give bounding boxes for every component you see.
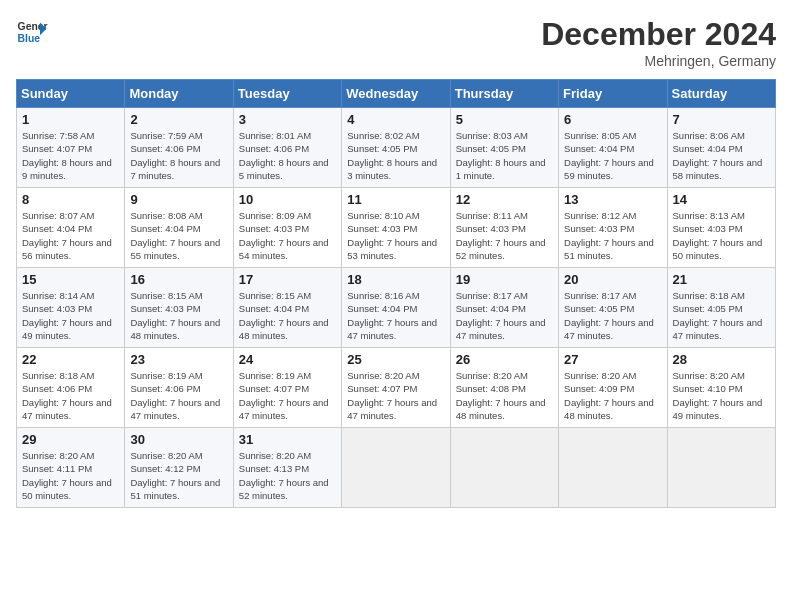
day-number: 28 xyxy=(673,352,770,367)
calendar-day-cell: 20Sunrise: 8:17 AMSunset: 4:05 PMDayligh… xyxy=(559,268,667,348)
calendar-day-cell: 16Sunrise: 8:15 AMSunset: 4:03 PMDayligh… xyxy=(125,268,233,348)
day-info: Sunrise: 8:06 AMSunset: 4:04 PMDaylight:… xyxy=(673,129,770,182)
location-title: Mehringen, Germany xyxy=(541,53,776,69)
day-info: Sunrise: 8:11 AMSunset: 4:03 PMDaylight:… xyxy=(456,209,553,262)
calendar-day-cell: 17Sunrise: 8:15 AMSunset: 4:04 PMDayligh… xyxy=(233,268,341,348)
calendar-day-cell xyxy=(450,428,558,508)
day-info: Sunrise: 8:20 AMSunset: 4:09 PMDaylight:… xyxy=(564,369,661,422)
calendar-day-cell: 11Sunrise: 8:10 AMSunset: 4:03 PMDayligh… xyxy=(342,188,450,268)
calendar-week-row: 22Sunrise: 8:18 AMSunset: 4:06 PMDayligh… xyxy=(17,348,776,428)
title-area: December 2024 Mehringen, Germany xyxy=(541,16,776,69)
weekday-header-cell: Wednesday xyxy=(342,80,450,108)
day-number: 31 xyxy=(239,432,336,447)
calendar-day-cell: 5Sunrise: 8:03 AMSunset: 4:05 PMDaylight… xyxy=(450,108,558,188)
day-number: 1 xyxy=(22,112,119,127)
day-number: 29 xyxy=(22,432,119,447)
day-number: 30 xyxy=(130,432,227,447)
day-info: Sunrise: 8:20 AMSunset: 4:07 PMDaylight:… xyxy=(347,369,444,422)
calendar-day-cell xyxy=(559,428,667,508)
calendar-day-cell: 30Sunrise: 8:20 AMSunset: 4:12 PMDayligh… xyxy=(125,428,233,508)
logo-icon: General Blue xyxy=(16,16,48,48)
day-info: Sunrise: 8:03 AMSunset: 4:05 PMDaylight:… xyxy=(456,129,553,182)
calendar-table: SundayMondayTuesdayWednesdayThursdayFrid… xyxy=(16,79,776,508)
calendar-day-cell: 31Sunrise: 8:20 AMSunset: 4:13 PMDayligh… xyxy=(233,428,341,508)
day-number: 9 xyxy=(130,192,227,207)
day-info: Sunrise: 7:59 AMSunset: 4:06 PMDaylight:… xyxy=(130,129,227,182)
calendar-day-cell: 12Sunrise: 8:11 AMSunset: 4:03 PMDayligh… xyxy=(450,188,558,268)
weekday-header-cell: Saturday xyxy=(667,80,775,108)
calendar-day-cell: 27Sunrise: 8:20 AMSunset: 4:09 PMDayligh… xyxy=(559,348,667,428)
day-info: Sunrise: 8:17 AMSunset: 4:04 PMDaylight:… xyxy=(456,289,553,342)
calendar-day-cell: 29Sunrise: 8:20 AMSunset: 4:11 PMDayligh… xyxy=(17,428,125,508)
calendar-day-cell xyxy=(667,428,775,508)
day-info: Sunrise: 8:20 AMSunset: 4:13 PMDaylight:… xyxy=(239,449,336,502)
day-info: Sunrise: 8:07 AMSunset: 4:04 PMDaylight:… xyxy=(22,209,119,262)
calendar-day-cell: 7Sunrise: 8:06 AMSunset: 4:04 PMDaylight… xyxy=(667,108,775,188)
day-number: 16 xyxy=(130,272,227,287)
calendar-day-cell: 25Sunrise: 8:20 AMSunset: 4:07 PMDayligh… xyxy=(342,348,450,428)
day-info: Sunrise: 8:08 AMSunset: 4:04 PMDaylight:… xyxy=(130,209,227,262)
calendar-day-cell: 23Sunrise: 8:19 AMSunset: 4:06 PMDayligh… xyxy=(125,348,233,428)
day-info: Sunrise: 8:05 AMSunset: 4:04 PMDaylight:… xyxy=(564,129,661,182)
calendar-day-cell: 2Sunrise: 7:59 AMSunset: 4:06 PMDaylight… xyxy=(125,108,233,188)
calendar-day-cell: 19Sunrise: 8:17 AMSunset: 4:04 PMDayligh… xyxy=(450,268,558,348)
day-info: Sunrise: 8:13 AMSunset: 4:03 PMDaylight:… xyxy=(673,209,770,262)
day-number: 15 xyxy=(22,272,119,287)
calendar-day-cell: 9Sunrise: 8:08 AMSunset: 4:04 PMDaylight… xyxy=(125,188,233,268)
day-number: 12 xyxy=(456,192,553,207)
day-number: 17 xyxy=(239,272,336,287)
day-number: 3 xyxy=(239,112,336,127)
day-number: 27 xyxy=(564,352,661,367)
day-info: Sunrise: 8:16 AMSunset: 4:04 PMDaylight:… xyxy=(347,289,444,342)
weekday-header-cell: Sunday xyxy=(17,80,125,108)
calendar-day-cell xyxy=(342,428,450,508)
calendar-day-cell: 10Sunrise: 8:09 AMSunset: 4:03 PMDayligh… xyxy=(233,188,341,268)
calendar-day-cell: 26Sunrise: 8:20 AMSunset: 4:08 PMDayligh… xyxy=(450,348,558,428)
calendar-day-cell: 24Sunrise: 8:19 AMSunset: 4:07 PMDayligh… xyxy=(233,348,341,428)
day-number: 19 xyxy=(456,272,553,287)
day-info: Sunrise: 8:10 AMSunset: 4:03 PMDaylight:… xyxy=(347,209,444,262)
calendar-day-cell: 3Sunrise: 8:01 AMSunset: 4:06 PMDaylight… xyxy=(233,108,341,188)
day-info: Sunrise: 8:02 AMSunset: 4:05 PMDaylight:… xyxy=(347,129,444,182)
calendar-day-cell: 21Sunrise: 8:18 AMSunset: 4:05 PMDayligh… xyxy=(667,268,775,348)
calendar-day-cell: 4Sunrise: 8:02 AMSunset: 4:05 PMDaylight… xyxy=(342,108,450,188)
calendar-day-cell: 28Sunrise: 8:20 AMSunset: 4:10 PMDayligh… xyxy=(667,348,775,428)
day-number: 25 xyxy=(347,352,444,367)
day-number: 14 xyxy=(673,192,770,207)
svg-text:Blue: Blue xyxy=(18,33,41,44)
day-number: 4 xyxy=(347,112,444,127)
calendar-day-cell: 6Sunrise: 8:05 AMSunset: 4:04 PMDaylight… xyxy=(559,108,667,188)
calendar-body: 1Sunrise: 7:58 AMSunset: 4:07 PMDaylight… xyxy=(17,108,776,508)
calendar-week-row: 1Sunrise: 7:58 AMSunset: 4:07 PMDaylight… xyxy=(17,108,776,188)
day-number: 21 xyxy=(673,272,770,287)
day-info: Sunrise: 8:20 AMSunset: 4:12 PMDaylight:… xyxy=(130,449,227,502)
weekday-header-row: SundayMondayTuesdayWednesdayThursdayFrid… xyxy=(17,80,776,108)
day-info: Sunrise: 8:15 AMSunset: 4:03 PMDaylight:… xyxy=(130,289,227,342)
day-number: 5 xyxy=(456,112,553,127)
weekday-header-cell: Tuesday xyxy=(233,80,341,108)
calendar-day-cell: 15Sunrise: 8:14 AMSunset: 4:03 PMDayligh… xyxy=(17,268,125,348)
day-info: Sunrise: 8:09 AMSunset: 4:03 PMDaylight:… xyxy=(239,209,336,262)
month-title: December 2024 xyxy=(541,16,776,53)
day-info: Sunrise: 8:19 AMSunset: 4:06 PMDaylight:… xyxy=(130,369,227,422)
day-number: 6 xyxy=(564,112,661,127)
calendar-day-cell: 22Sunrise: 8:18 AMSunset: 4:06 PMDayligh… xyxy=(17,348,125,428)
calendar-day-cell: 13Sunrise: 8:12 AMSunset: 4:03 PMDayligh… xyxy=(559,188,667,268)
weekday-header-cell: Friday xyxy=(559,80,667,108)
day-number: 8 xyxy=(22,192,119,207)
day-info: Sunrise: 8:19 AMSunset: 4:07 PMDaylight:… xyxy=(239,369,336,422)
day-info: Sunrise: 8:17 AMSunset: 4:05 PMDaylight:… xyxy=(564,289,661,342)
calendar-week-row: 15Sunrise: 8:14 AMSunset: 4:03 PMDayligh… xyxy=(17,268,776,348)
calendar-day-cell: 1Sunrise: 7:58 AMSunset: 4:07 PMDaylight… xyxy=(17,108,125,188)
day-info: Sunrise: 8:15 AMSunset: 4:04 PMDaylight:… xyxy=(239,289,336,342)
header-area: General Blue December 2024 Mehringen, Ge… xyxy=(16,16,776,69)
calendar-day-cell: 18Sunrise: 8:16 AMSunset: 4:04 PMDayligh… xyxy=(342,268,450,348)
weekday-header-cell: Thursday xyxy=(450,80,558,108)
calendar-day-cell: 8Sunrise: 8:07 AMSunset: 4:04 PMDaylight… xyxy=(17,188,125,268)
day-number: 23 xyxy=(130,352,227,367)
day-number: 20 xyxy=(564,272,661,287)
calendar-week-row: 29Sunrise: 8:20 AMSunset: 4:11 PMDayligh… xyxy=(17,428,776,508)
day-info: Sunrise: 8:14 AMSunset: 4:03 PMDaylight:… xyxy=(22,289,119,342)
day-info: Sunrise: 8:18 AMSunset: 4:05 PMDaylight:… xyxy=(673,289,770,342)
weekday-header-cell: Monday xyxy=(125,80,233,108)
